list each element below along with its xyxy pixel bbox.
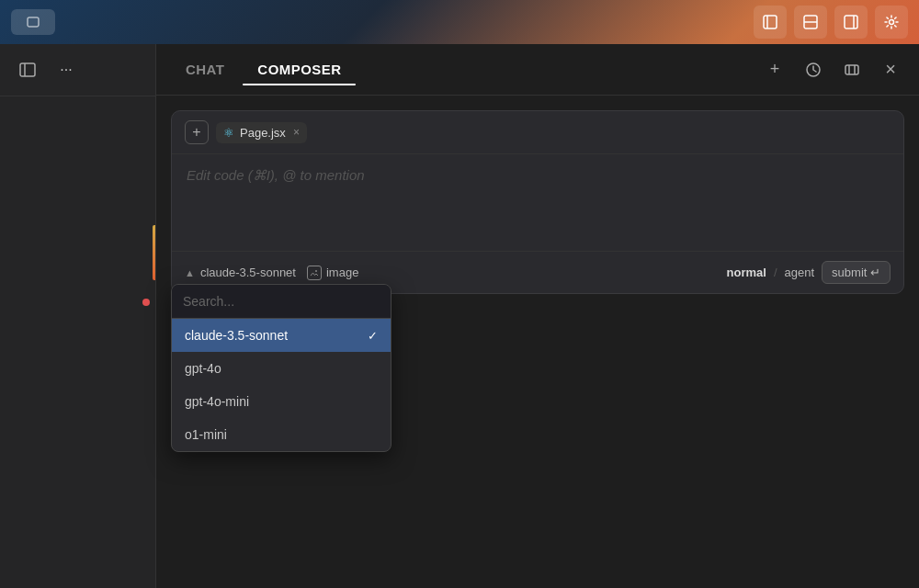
add-file-button[interactable]: + [185,120,209,144]
main-panel: CHAT COMPOSER + [156,44,919,588]
close-panel-button[interactable]: × [877,56,904,84]
svg-rect-0 [28,17,39,27]
divider: / [774,266,777,279]
image-icon [307,266,322,280]
file-tab: ⚛ Page.jsx × [216,122,307,143]
check-icon: ✓ [368,329,378,343]
dropdown-item-gpt4o[interactable]: gpt-4o [172,352,391,385]
file-tab-close-button[interactable]: × [293,126,300,139]
model-search-input[interactable] [172,285,391,319]
composer-files: + ⚛ Page.jsx × [172,111,903,154]
sidebar-left-toggle-button[interactable] [754,6,787,39]
dropdown-item-claude[interactable]: claude-3.5-sonnet ✓ [172,319,391,352]
sidebar-center-toggle-button[interactable] [794,6,827,39]
svg-point-14 [315,270,317,272]
mode-text: normal [727,266,766,279]
composer-placeholder: Edit code (⌘I), @ to mention [187,167,365,183]
svg-point-7 [890,20,894,25]
composer-area: + ⚛ Page.jsx × Edit code (⌘I), @ to ment… [156,96,919,588]
svg-rect-5 [845,16,857,28]
app-body: ··· CHAT COMPOSER + [0,44,919,588]
tab-composer[interactable]: COMPOSER [243,54,356,85]
tab-chat[interactable]: CHAT [171,54,239,85]
sidebar-right-toggle-button[interactable] [834,6,868,39]
agent-text: agent [785,266,815,279]
tab-bar: CHAT COMPOSER + [156,44,919,96]
sidebar: ··· [0,44,156,588]
history-button[interactable] [800,56,827,84]
footer-right: normal / agent submit ↵ [727,261,891,284]
svg-rect-8 [20,63,35,76]
titlebar-right [754,6,908,39]
sidebar-accent [153,225,155,280]
sidebar-content [0,96,155,588]
tab-bar-right: + × [761,56,904,84]
submit-button[interactable]: submit ↵ [822,261,891,284]
svg-rect-1 [764,16,777,28]
titlebar [0,0,919,44]
image-label: image [326,266,358,279]
svg-rect-11 [845,65,858,74]
composer-box: + ⚛ Page.jsx × Edit code (⌘I), @ to ment… [171,110,904,294]
model-dropdown: claude-3.5-sonnet ✓ gpt-4o gpt-4o-mini o… [171,284,391,452]
chevron-up-icon: ▲ [185,267,195,278]
back-button[interactable] [11,9,55,35]
add-chat-button[interactable]: + [761,56,789,84]
sidebar-top: ··· [0,44,155,96]
model-selector[interactable]: ▲ claude-3.5-sonnet [185,266,296,279]
dropdown-item-gpt4omini[interactable]: gpt-4o-mini [172,385,391,418]
settings-button[interactable] [875,6,908,39]
dropdown-item-o1mini[interactable]: o1-mini [172,418,391,451]
image-button[interactable]: image [307,266,358,280]
panel-icon-button[interactable] [13,55,42,85]
file-tab-name: Page.jsx [240,126,286,140]
sidebar-indicator [142,299,150,306]
composer-input[interactable]: Edit code (⌘I), @ to mention [172,154,903,251]
react-file-icon: ⚛ [223,126,234,140]
model-name: claude-3.5-sonnet [200,266,296,279]
expand-button[interactable] [838,56,866,84]
more-options-button[interactable]: ··· [51,55,81,85]
